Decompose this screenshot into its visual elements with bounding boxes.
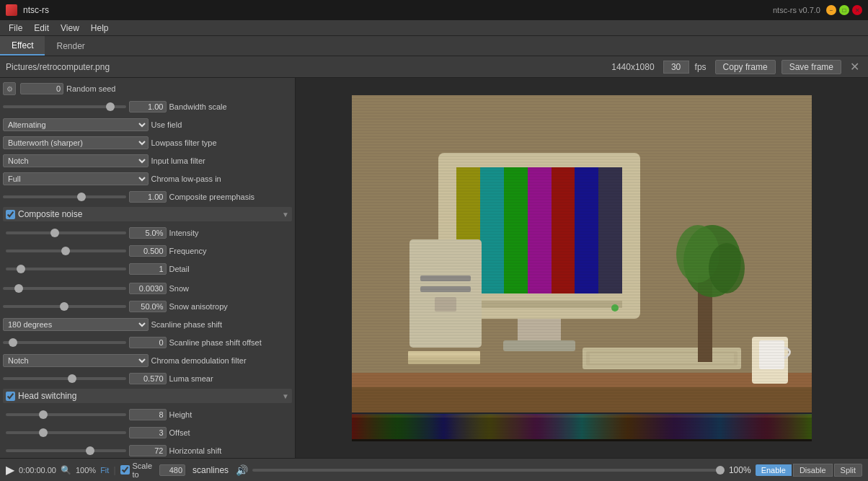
enable-button[interactable]: Enable xyxy=(756,464,792,476)
lowpass-filter-select[interactable]: Butterworth (sharper) Chebyshev xyxy=(3,136,149,149)
disable-button[interactable]: Disable xyxy=(793,464,833,477)
input-luma-filter-row: Notch None Box Input luma filter xyxy=(3,153,292,169)
hs-hshift-slider[interactable] xyxy=(6,449,126,452)
scanline-phase-shift-row: 180 degrees 90 degrees 0 degrees Scanlin… xyxy=(3,317,292,332)
frequency-value[interactable] xyxy=(129,245,167,257)
composite-noise-section[interactable]: Composite noise ▼ xyxy=(3,207,292,221)
volume-level: 100% xyxy=(729,465,751,475)
hs-height-slider[interactable] xyxy=(6,413,126,416)
composite-preemphasis-slider[interactable] xyxy=(3,195,126,198)
detail-label: Detail xyxy=(169,265,290,273)
scanlines-label: scanlines xyxy=(192,465,229,475)
left-panel: ⚙ Random seed Bandwidth scale Alternatin… xyxy=(0,78,296,458)
scanline-phase-shift-select[interactable]: 180 degrees 90 degrees 0 degrees xyxy=(3,318,149,331)
random-seed-gear[interactable]: ⚙ xyxy=(3,82,16,95)
composite-noise-title: Composite noise xyxy=(18,209,82,219)
minimize-button[interactable]: − xyxy=(826,5,836,15)
composite-noise-checkbox[interactable] xyxy=(6,210,15,219)
luma-smear-label: Luma smear xyxy=(169,374,293,383)
close-button[interactable]: ✕ xyxy=(852,5,862,15)
chroma-demod-select[interactable]: Notch None Box xyxy=(3,354,149,367)
main-area: ⚙ Random seed Bandwidth scale Alternatin… xyxy=(0,78,868,458)
use-field-select[interactable]: Alternating Upper Lower Both xyxy=(3,118,149,131)
scale-to-checkbox[interactable] xyxy=(120,465,130,475)
hs-offset-row: Offset xyxy=(6,425,289,441)
detail-slider[interactable] xyxy=(6,268,126,270)
frequency-slider[interactable] xyxy=(6,250,126,252)
intensity-row: Intensity xyxy=(6,225,289,241)
menu-help[interactable]: Help xyxy=(85,22,115,35)
preview-svg xyxy=(352,95,812,441)
fps-input[interactable] xyxy=(663,61,689,74)
composite-preemphasis-label: Composite preemphasis xyxy=(169,193,293,201)
app-version: ntsc-rs v0.7.0 xyxy=(773,6,820,14)
hs-height-row: Height xyxy=(6,407,289,423)
luma-smear-row: Luma smear xyxy=(3,371,292,387)
snow-anisotropy-slider[interactable] xyxy=(3,305,126,308)
tab-effect[interactable]: Effect xyxy=(0,36,45,56)
intensity-slider[interactable] xyxy=(6,231,126,234)
detail-value[interactable] xyxy=(129,263,167,275)
copy-frame-button[interactable]: Copy frame xyxy=(715,60,776,74)
luma-smear-slider[interactable] xyxy=(3,377,126,380)
hs-height-value[interactable] xyxy=(129,409,167,420)
snow-anisotropy-value[interactable] xyxy=(129,301,167,312)
bandwidth-scale-slider[interactable] xyxy=(3,105,126,108)
chroma-lowpass-row: Full None Chroma low-pass in xyxy=(3,171,292,187)
hs-offset-value[interactable] xyxy=(129,427,167,438)
volume-slider[interactable] xyxy=(252,469,725,472)
snow-row: Snow xyxy=(3,281,292,296)
input-luma-filter-select[interactable]: Notch None Box xyxy=(3,154,149,167)
head-switching-checkbox[interactable] xyxy=(6,392,15,401)
lowpass-filter-label: Lowpass filter type xyxy=(151,138,293,147)
maximize-button[interactable]: □ xyxy=(839,5,849,15)
scanlines-input[interactable] xyxy=(159,464,185,476)
snow-value[interactable] xyxy=(129,283,167,294)
filepath-bar: Pictures/retrocomputer.png 1440x1080 fps… xyxy=(0,56,868,78)
scale-to-label[interactable]: Scale to xyxy=(120,462,153,479)
detail-row: Detail xyxy=(6,261,289,277)
head-switching-check-label[interactable]: Head switching xyxy=(6,391,76,401)
menu-edit[interactable]: Edit xyxy=(28,22,55,35)
chroma-lowpass-label: Chroma low-pass in xyxy=(151,175,293,183)
chroma-lowpass-select[interactable]: Full None xyxy=(3,172,149,185)
zoom-icon: 🔍 xyxy=(61,465,71,475)
menu-view[interactable]: View xyxy=(55,22,85,35)
hs-hshift-value[interactable] xyxy=(129,445,167,456)
tab-render[interactable]: Render xyxy=(45,36,96,56)
scanline-phase-shift-label: Scanline phase shift xyxy=(151,320,293,329)
fit-button[interactable]: Fit xyxy=(100,466,109,475)
composite-preemphasis-value[interactable] xyxy=(129,191,167,203)
random-seed-value[interactable] xyxy=(20,83,63,94)
save-frame-button[interactable]: Save frame xyxy=(781,60,841,74)
snow-slider[interactable] xyxy=(3,287,126,290)
head-switching-arrow: ▼ xyxy=(282,392,289,400)
snow-anisotropy-row: Snow anisotropy xyxy=(3,299,292,314)
hs-offset-slider[interactable] xyxy=(6,431,126,434)
composite-noise-arrow: ▼ xyxy=(282,211,289,219)
time-display: 0:00:00.00 xyxy=(19,466,56,475)
play-button[interactable]: ▶ xyxy=(6,463,14,477)
app-title: ntsc-rs xyxy=(23,5,49,15)
random-seed-label: Random seed xyxy=(66,84,292,93)
scanline-phase-offset-slider[interactable] xyxy=(3,341,126,344)
composite-noise-check-label[interactable]: Composite noise xyxy=(6,209,82,219)
filepath-close-button[interactable]: ✕ xyxy=(847,60,862,74)
random-seed-row: ⚙ Random seed xyxy=(3,81,292,97)
snow-label: Snow xyxy=(169,284,293,293)
bandwidth-scale-value[interactable] xyxy=(129,101,167,112)
split-button[interactable]: Split xyxy=(834,464,862,477)
playback-bar: ▶ 0:00:00.00 🔍 100% Fit | Scale to scanl… xyxy=(0,458,868,481)
scanline-phase-offset-value[interactable] xyxy=(129,337,167,348)
head-switching-section[interactable]: Head switching ▼ xyxy=(3,389,292,403)
menubar: File Edit View Help xyxy=(0,20,868,36)
hs-hshift-row: Horizontal shift xyxy=(6,443,289,458)
preview-image xyxy=(352,95,812,441)
luma-smear-value[interactable] xyxy=(129,373,167,384)
tabbar: Effect Render xyxy=(0,36,868,56)
scanline-phase-offset-row: Scanline phase shift offset xyxy=(3,335,292,350)
resolution-display: 1440x1080 xyxy=(611,62,654,72)
right-panel xyxy=(296,78,868,458)
intensity-value[interactable] xyxy=(129,227,167,239)
menu-file[interactable]: File xyxy=(3,22,28,35)
